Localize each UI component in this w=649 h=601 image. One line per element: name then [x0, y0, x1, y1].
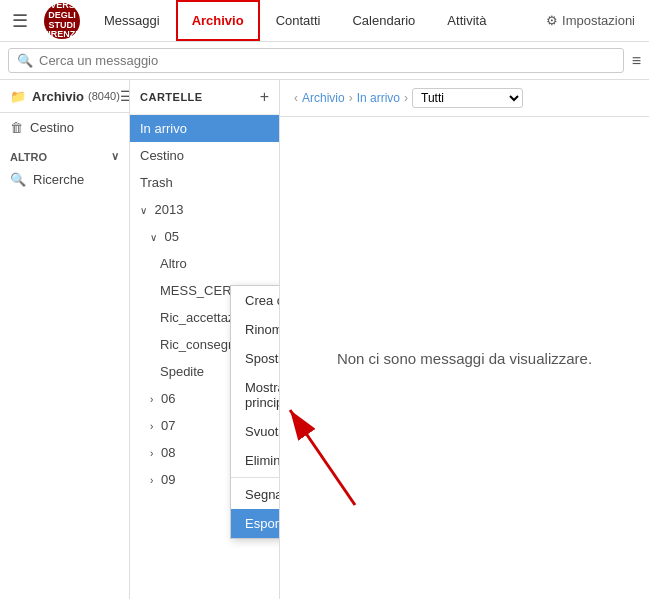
sidebar-ricerche[interactable]: 🔍 Ricerche [0, 167, 129, 192]
ctx-mostra-menu[interactable]: Mostra su menu principale [231, 373, 280, 417]
nav-tabs: Messaggi Archivio Contatti Calendario At… [88, 0, 536, 41]
sidebar-icons: ☰ ⊞ 📌 [120, 88, 130, 104]
empty-text: Non ci sono messaggi da visualizzare. [337, 350, 592, 367]
folder-05[interactable]: ∨ 05 [130, 223, 279, 250]
middle-panel: CARTELLE + In arrivo Cestino Trash ∨ 201… [130, 80, 280, 599]
empty-message: Non ci sono messaggi da visualizzare. [280, 117, 649, 599]
settings-icon: ⚙ [546, 13, 558, 28]
ctx-esporta-cartella[interactable]: Esporta cartella [231, 509, 280, 538]
folder-cestino[interactable]: Cestino [130, 142, 279, 169]
search-options-icon[interactable]: ≡ [632, 52, 641, 70]
search-input[interactable] [39, 53, 615, 68]
hamburger-icon[interactable]: ☰ [4, 10, 36, 32]
search-icon: 🔍 [17, 53, 33, 68]
breadcrumb-in-arrivo[interactable]: In arrivo [357, 91, 400, 105]
ctx-sposta-cartella[interactable]: Sposta cartella [231, 344, 280, 373]
ctx-rinomina-cartella[interactable]: Rinomina cartella [231, 315, 280, 344]
ctx-svuota-cartella[interactable]: Svuota cartella [231, 417, 280, 446]
cartelle-header: CARTELLE + [130, 80, 279, 115]
folder-icon: 📁 [10, 89, 26, 104]
altro-label: ALTRO [10, 151, 47, 163]
ctx-elimina-cartella[interactable]: Elimina cartella [231, 446, 280, 475]
cartelle-add-button[interactable]: + [260, 88, 269, 106]
ricerche-label: Ricerche [33, 172, 84, 187]
logo-icon: UNIVERSITÀ DEGLI STUDI FIRENZE [44, 3, 80, 39]
settings-button[interactable]: ⚙ Impostazioni [536, 13, 645, 28]
folder-trash[interactable]: Trash [130, 169, 279, 196]
tab-contatti[interactable]: Contatti [260, 0, 337, 41]
breadcrumb: ‹ Archivio › In arrivo › Tutti Non letti… [280, 80, 649, 117]
search-sidebar-icon: 🔍 [10, 172, 26, 187]
folder-2013[interactable]: ∨ 2013 [130, 196, 279, 223]
folder-in-arrivo[interactable]: In arrivo [130, 115, 279, 142]
sidebar-top: 📁 Archivio (8040) ☰ ⊞ 📌 [0, 80, 129, 113]
left-sidebar: 📁 Archivio (8040) ☰ ⊞ 📌 🗑 Cestino ALTRO … [0, 80, 130, 599]
trash-icon: 🗑 [10, 120, 23, 135]
altro-section: ALTRO ∨ [0, 142, 129, 167]
breadcrumb-arrow: ‹ [294, 91, 298, 105]
app-wrapper: ☰ UNIVERSITÀ DEGLI STUDI FIRENZE Messagg… [0, 0, 649, 601]
top-nav: ☰ UNIVERSITÀ DEGLI STUDI FIRENZE Messagg… [0, 0, 649, 42]
cartelle-title: CARTELLE [140, 91, 203, 103]
archivio-count: (8040) [88, 90, 120, 102]
ctx-segna-letti[interactable]: Segna tutti come già letti [231, 480, 280, 509]
tab-attivita[interactable]: Attività [431, 0, 502, 41]
cestino-label: Cestino [30, 120, 74, 135]
ctx-divider [231, 477, 280, 478]
tab-archivio[interactable]: Archivio [176, 0, 260, 41]
folder-altro[interactable]: Altro [130, 250, 279, 277]
breadcrumb-sep1: › [349, 91, 353, 105]
context-menu: Crea cartella Rinomina cartella Sposta c… [230, 285, 280, 539]
list-view-icon[interactable]: ☰ [120, 88, 130, 104]
right-content: ‹ Archivio › In arrivo › Tutti Non letti… [280, 80, 649, 599]
sidebar-cestino[interactable]: 🗑 Cestino [0, 113, 129, 142]
breadcrumb-archivio[interactable]: Archivio [302, 91, 345, 105]
archivio-label: Archivio [32, 89, 84, 104]
search-bar: 🔍 ≡ [0, 42, 649, 80]
breadcrumb-filter[interactable]: Tutti Non letti Contrassegnati [412, 88, 523, 108]
altro-chevron[interactable]: ∨ [111, 150, 119, 163]
logo: UNIVERSITÀ DEGLI STUDI FIRENZE [36, 3, 88, 39]
ctx-crea-cartella[interactable]: Crea cartella [231, 286, 280, 315]
tab-messaggi[interactable]: Messaggi [88, 0, 176, 41]
main-layout: 📁 Archivio (8040) ☰ ⊞ 📌 🗑 Cestino ALTRO … [0, 80, 649, 599]
breadcrumb-sep2: › [404, 91, 408, 105]
search-input-wrap: 🔍 [8, 48, 624, 73]
tab-calendario[interactable]: Calendario [336, 0, 431, 41]
settings-label: Impostazioni [562, 13, 635, 28]
